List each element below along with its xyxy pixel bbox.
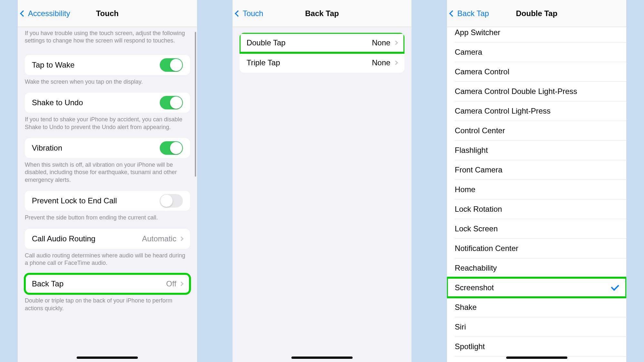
option-row[interactable]: Flashlight: [447, 140, 626, 160]
option-label: Reachability: [455, 264, 497, 273]
back-tap-footer: Double or triple tap on the back of your…: [18, 294, 197, 317]
double-tap-options-list: App SwitcherCameraCamera ControlCamera C…: [447, 27, 626, 362]
row-label: Prevent Lock to End Call: [32, 196, 117, 205]
shake-to-undo-footer: If you tend to shake your iPhone by acci…: [18, 113, 197, 135]
prevent-lock-footer: Prevent the side button from ending the …: [18, 211, 197, 226]
row-label: Call Audio Routing: [32, 234, 95, 243]
chevron-right-icon: [393, 60, 398, 65]
navbar: Accessibility Touch: [18, 0, 197, 27]
row-label: Triple Tap: [247, 58, 280, 67]
option-label: Camera: [455, 48, 482, 57]
navbar: Back Tap Double Tap: [447, 0, 626, 27]
option-label: Notification Center: [455, 244, 518, 253]
back-button[interactable]: Back Tap: [450, 0, 489, 27]
shake-to-undo-row[interactable]: Shake to Undo: [25, 93, 190, 113]
prevent-lock-row[interactable]: Prevent Lock to End Call: [25, 191, 190, 211]
option-row[interactable]: Home: [447, 180, 626, 199]
option-row[interactable]: Spotlight: [447, 337, 626, 356]
option-row[interactable]: Reachability: [447, 258, 626, 278]
option-label: Camera Control Double Light-Press: [455, 87, 577, 96]
option-label: Spotlight: [455, 342, 485, 351]
back-label: Back Tap: [457, 9, 489, 18]
call-audio-routing-row[interactable]: Call Audio Routing Automatic: [25, 229, 190, 249]
tap-to-wake-row[interactable]: Tap to Wake: [25, 55, 190, 75]
chevron-right-icon: [179, 282, 184, 286]
option-label: Front Camera: [455, 165, 502, 174]
option-row[interactable]: Camera Control Double Light-Press: [447, 81, 626, 101]
option-label: Lock Rotation: [455, 205, 502, 214]
chevron-left-icon: [235, 10, 241, 17]
option-row[interactable]: Camera: [447, 42, 626, 62]
row-label: Tap to Wake: [32, 60, 75, 70]
option-row[interactable]: Front Camera: [447, 160, 626, 180]
row-value: None: [372, 58, 390, 67]
option-label: Camera Control Light-Press: [455, 107, 550, 116]
option-row[interactable]: Screenshot: [447, 278, 626, 297]
double-tap-row[interactable]: Double Tap None: [240, 33, 405, 53]
back-tap-row[interactable]: Back Tap Off: [25, 274, 190, 294]
call-audio-footer: Call audio routing determines where audi…: [18, 249, 197, 272]
chevron-left-icon: [449, 10, 456, 17]
check-icon: [611, 283, 619, 291]
option-label: Control Center: [455, 126, 505, 135]
back-label: Accessibility: [28, 9, 70, 18]
option-row[interactable]: Camera Control: [447, 62, 626, 81]
home-indicator[interactable]: [77, 357, 138, 359]
option-label: Siri: [455, 322, 466, 331]
row-label: Shake to Undo: [32, 98, 83, 107]
option-label: Screenshot: [455, 283, 494, 292]
tap-to-wake-toggle[interactable]: [160, 58, 183, 72]
option-label: Camera Control: [455, 67, 509, 76]
vibration-footer: When this switch is off, all vibration o…: [18, 158, 197, 188]
back-button[interactable]: Accessibility: [21, 0, 70, 27]
triple-tap-row[interactable]: Triple Tap None: [240, 53, 405, 73]
option-row[interactable]: App Switcher: [447, 27, 626, 42]
navbar: Touch Back Tap: [232, 0, 412, 27]
phone-touch-settings: Accessibility Touch If you have trouble …: [0, 0, 215, 362]
back-label: Touch: [243, 9, 263, 18]
option-label: Shake: [455, 303, 477, 312]
option-label: App Switcher: [455, 28, 500, 37]
option-row[interactable]: Control Center: [447, 121, 626, 140]
tap-to-wake-footer: Wake the screen when you tap on the disp…: [18, 75, 197, 90]
option-label: Lock Screen: [455, 224, 497, 233]
back-button[interactable]: Touch: [236, 0, 263, 27]
chevron-right-icon: [393, 41, 398, 45]
row-value: Off: [166, 279, 176, 288]
option-row[interactable]: Notification Center: [447, 238, 626, 258]
row-label: Double Tap: [247, 38, 286, 47]
shake-to-undo-toggle[interactable]: [160, 96, 183, 109]
back-tap-options: Double Tap None Triple Tap None: [240, 33, 405, 73]
option-row[interactable]: Camera Control Light-Press: [447, 101, 626, 121]
option-row[interactable]: Lock Rotation: [447, 199, 626, 219]
phone-double-tap: Back Tap Double Tap App SwitcherCameraCa…: [429, 0, 644, 362]
row-label: Vibration: [32, 144, 62, 153]
option-row[interactable]: Siri: [447, 317, 626, 337]
row-label: Back Tap: [32, 279, 63, 288]
phone-back-tap: Touch Back Tap Double Tap None Triple T: [215, 0, 430, 362]
row-value: None: [372, 38, 390, 47]
option-label: Flashlight: [455, 146, 488, 155]
home-indicator[interactable]: [291, 357, 353, 359]
home-indicator[interactable]: [506, 357, 567, 359]
vibration-toggle[interactable]: [160, 141, 183, 155]
chevron-right-icon: [179, 236, 184, 241]
option-row[interactable]: Shake: [447, 297, 626, 317]
vibration-row[interactable]: Vibration: [25, 138, 190, 158]
option-label: Home: [455, 185, 475, 194]
scrollbar[interactable]: [195, 32, 196, 177]
option-row[interactable]: Lock Screen: [447, 219, 626, 238]
intro-text: If you have trouble using the touch scre…: [18, 27, 197, 49]
prevent-lock-toggle[interactable]: [160, 194, 183, 208]
chevron-left-icon: [20, 10, 26, 17]
row-value: Automatic: [142, 234, 176, 243]
